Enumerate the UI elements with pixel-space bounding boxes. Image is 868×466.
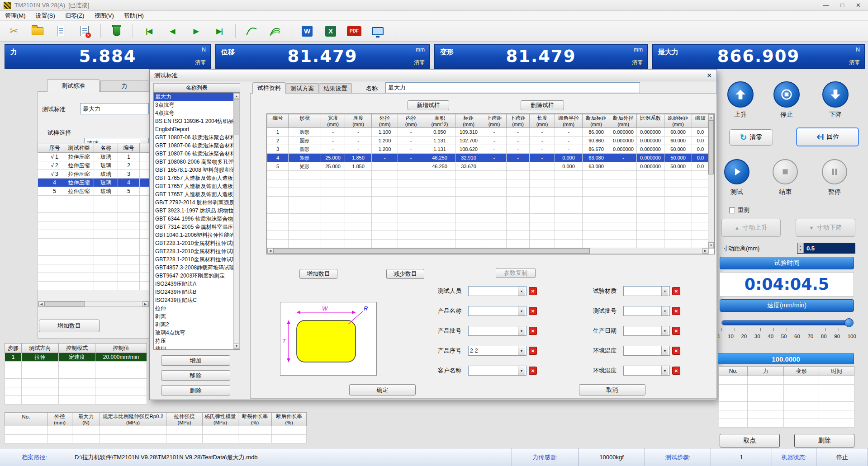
field-input[interactable]: ▼ [623, 326, 670, 336]
standard-item[interactable]: 持压 [154, 337, 234, 345]
combo-arrow-icon[interactable]: ▼ [661, 287, 668, 296]
reduce-specimen-count-button[interactable]: 减少数目 [386, 269, 424, 279]
clear-field-button[interactable]: ✕ [672, 347, 680, 355]
clear-field-button[interactable]: ✕ [672, 287, 680, 295]
maximize-button[interactable]: □ [840, 2, 844, 9]
home-button[interactable]: 回位 [796, 127, 859, 146]
zero-button[interactable]: ↻ 清零 [729, 129, 773, 146]
stop-report-button[interactable]: ✕ [75, 22, 94, 40]
combo-arrow-icon[interactable]: ▼ [518, 346, 525, 355]
sample-row[interactable]: √ 3 拉伸压缩 玻璃 3 [38, 170, 150, 179]
clear-displacement-button[interactable]: 清零 [414, 59, 425, 66]
clear-deformation-button[interactable]: 清零 [632, 59, 643, 66]
scroll-right-icon[interactable]: ▶ [702, 248, 708, 254]
scroll-down-icon[interactable]: ▼ [708, 242, 714, 248]
pause-test-button[interactable] [822, 159, 847, 184]
clear-field-button[interactable]: ✕ [529, 307, 537, 315]
standard-item[interactable]: ISO2439压陷法B [154, 288, 234, 296]
combo-arrow-icon[interactable]: ▼ [518, 306, 525, 315]
field-input[interactable]: ▼ [623, 286, 670, 296]
speed-slider-handle[interactable] [844, 318, 854, 327]
add-specimen-count-button[interactable]: 增加数目 [299, 269, 337, 279]
clear-field-button[interactable]: ✕ [529, 327, 537, 335]
combo-arrow-icon[interactable]: ▼ [518, 366, 525, 375]
spinner-up-icon[interactable]: ▲ [799, 245, 802, 248]
tab-sample-info[interactable]: 试样资料 [252, 82, 286, 94]
standard-item[interactable]: EnglishReport [154, 125, 234, 133]
standard-item[interactable]: GBT 108080-2006 高聚物多孔弹性 [154, 158, 234, 166]
dialog-title-bar[interactable]: 测试标准 ✕ [150, 70, 716, 81]
report-preview-button[interactable] [52, 22, 71, 40]
export-word-button[interactable]: W [298, 22, 317, 40]
export-pdf-button[interactable]: PDF [345, 22, 364, 40]
tab-test-standard[interactable]: 测试标准 [47, 79, 100, 92]
display-settings-button[interactable] [368, 22, 387, 40]
standard-item[interactable]: GBT 7314-2005 金属材料室温压缩 [154, 223, 234, 231]
start-test-button[interactable] [724, 159, 749, 184]
tab-test-plan[interactable]: 测试方案 [286, 83, 319, 94]
standard-item[interactable]: 剥离2 [154, 320, 234, 329]
combo-arrow-icon[interactable]: ▼ [661, 366, 668, 375]
field-input[interactable]: 2-2 ▼ [468, 346, 526, 356]
standard-item[interactable]: 裁切 [154, 345, 234, 350]
standard-item[interactable]: GBT228.1-2010金属材料拉伸试验 [154, 247, 234, 255]
inch-down-button[interactable]: ▼ 寸动下降 [796, 219, 855, 237]
sample-row[interactable]: √ 2 拉伸压缩 玻璃 2 [38, 161, 150, 170]
scroll-right-icon[interactable]: ▶ [142, 301, 148, 306]
speed-slider-track[interactable] [721, 320, 852, 325]
field-input[interactable]: ▼ [623, 346, 670, 356]
list-remove-button[interactable]: 移除 [161, 370, 230, 381]
export-excel-button[interactable]: X [321, 22, 340, 40]
list-vscrollbar[interactable]: ▲ ▼ [233, 93, 240, 349]
first-record-button[interactable]: |◀ [139, 22, 158, 40]
previous-record-button[interactable]: ◀ [163, 22, 182, 40]
standard-item[interactable]: 4点抗弯 [154, 109, 234, 117]
specimen-row[interactable]: 3圆形 -- 1.200- 1.131108.620 -- -- 86.6700… [267, 145, 709, 154]
standard-item[interactable]: GBT 10807-06 软质泡沫聚合材料 [154, 141, 234, 150]
list-delete-button[interactable]: 删除 [161, 385, 230, 395]
add-count-button[interactable]: 增加数目 [39, 320, 100, 332]
take-point-button[interactable]: 取点 [720, 434, 780, 447]
clear-field-button[interactable]: ✕ [529, 347, 537, 355]
standard-item[interactable]: GBT 10807-06 软质泡沫聚合材料 [154, 150, 234, 158]
tab-force-curve[interactable]: 力 [100, 80, 148, 92]
standard-item[interactable]: GBT 17657 人造板及饰面人造板理 [154, 174, 234, 182]
list-add-button[interactable]: 增加 [161, 355, 230, 366]
dialog-close-button[interactable]: ✕ [705, 71, 714, 80]
standard-item[interactable]: GBT 10807-06 软质泡沫聚合材料 [154, 133, 234, 141]
scrollbar-thumb[interactable] [273, 248, 590, 254]
sample-table-hscrollbar[interactable]: ◀ ▶ [38, 301, 149, 307]
multi-curve-button[interactable] [266, 22, 285, 40]
field-input[interactable]: ▼ [468, 326, 526, 336]
copy-params-button[interactable]: 参数复制 [496, 268, 536, 278]
field-input[interactable]: ▼ [468, 366, 526, 376]
scroll-left-icon[interactable]: ◀ [267, 248, 273, 254]
standard-item[interactable]: GBT228.1-2010金属材料拉伸试验 [154, 255, 234, 264]
standard-input[interactable]: 最大力 [80, 103, 149, 114]
inch-up-button[interactable]: ▲ 寸动上升 [721, 219, 781, 237]
specimen-row[interactable]: 1圆形 -- 1.100- 0.950109.310 -- -- 86.0000… [267, 128, 709, 137]
standard-item[interactable]: 玻璃4点抗弯 [154, 329, 234, 337]
close-button[interactable]: ✕ [856, 2, 861, 9]
standard-item[interactable]: GBT1040.1-2006塑料拉伸性能的 [154, 231, 234, 239]
spinner-arrows[interactable]: ▲ ▼ [797, 243, 804, 253]
menu-item[interactable]: 视图(V) [89, 12, 119, 20]
standard-item[interactable]: GBT 17657 人造板及饰面人造板理 [154, 182, 234, 190]
combo-arrow-icon[interactable]: ▼ [518, 287, 525, 296]
standard-item[interactable]: 拉伸 [154, 304, 234, 312]
standard-item[interactable]: GB/T 2792-2014 胶粘带剥离强度 [154, 198, 234, 207]
clear-field-button[interactable]: ✕ [529, 367, 537, 375]
cancel-button[interactable]: 取消 [579, 384, 645, 395]
standard-item[interactable]: GBT 6344-1996 软质泡沫聚合物 [154, 215, 234, 223]
open-file-button[interactable] [28, 22, 47, 40]
inch-distance-spinner[interactable]: ▲ ▼ 0.5 [797, 243, 855, 254]
clear-field-button[interactable]: ✕ [529, 287, 537, 295]
minimize-button[interactable]: — [823, 2, 829, 9]
menu-item[interactable]: 管理(M) [0, 12, 31, 20]
ok-button[interactable]: 确定 [349, 384, 416, 395]
field-input[interactable]: ▼ [623, 306, 670, 316]
curve-view-button[interactable] [242, 22, 261, 40]
standard-item[interactable]: GBT 3923.1-1997 纺织品 织物拉伸 [154, 207, 234, 215]
standard-item[interactable]: GBT9647-2003环刚度的测定 [154, 272, 234, 280]
specimen-row[interactable]: 2圆形 -- 1.200- 1.131102.700 -- -- 90.8600… [267, 137, 709, 145]
